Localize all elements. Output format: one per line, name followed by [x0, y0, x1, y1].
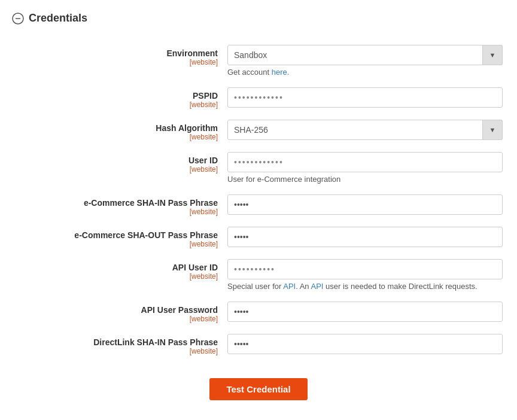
user-id-input[interactable]: [227, 152, 503, 172]
api-user-id-input[interactable]: [227, 259, 503, 279]
api-user-id-row: API User ID [website] Special user for A…: [24, 259, 505, 291]
environment-label: Environment: [24, 48, 218, 58]
user-id-label: User ID: [24, 156, 218, 165]
api-user-password-control-col: [227, 302, 503, 322]
collapse-icon[interactable]: [12, 13, 24, 25]
directlink-sha-in-row: DirectLink SHA-IN Pass Phrase [website]: [24, 334, 505, 355]
environment-hint: Get account here.: [227, 68, 503, 77]
ecommerce-sha-out-label: e-Commerce SHA-OUT Pass Phrase: [24, 230, 218, 240]
ecommerce-sha-out-sub-label: [website]: [24, 240, 218, 248]
directlink-sha-in-control-col: [227, 334, 503, 354]
section-header: Credentials: [12, 12, 505, 31]
api-link-2[interactable]: API: [311, 282, 324, 291]
hash-algorithm-select-wrapper: SHA-256 SHA-512 SHA-1 ▼: [227, 120, 503, 140]
api-user-id-label-col: API User ID [website]: [24, 259, 227, 281]
page-container: Credentials Environment [website] Sandbo…: [12, 12, 505, 412]
directlink-sha-in-label: DirectLink SHA-IN Pass Phrase: [24, 337, 218, 347]
user-id-label-col: User ID [website]: [24, 152, 227, 174]
ecommerce-sha-in-sub-label: [website]: [24, 208, 218, 216]
directlink-sha-in-label-col: DirectLink SHA-IN Pass Phrase [website]: [24, 334, 227, 355]
environment-sub-label: [website]: [24, 58, 218, 66]
hash-algorithm-label: Hash Algorithm: [24, 123, 218, 133]
user-id-hint: User for e-Commerce integration: [227, 175, 503, 184]
ecommerce-sha-in-label: e-Commerce SHA-IN Pass Phrase: [24, 198, 218, 208]
hash-algorithm-sub-label: [website]: [24, 133, 218, 141]
api-link-1[interactable]: API: [283, 282, 296, 291]
directlink-sha-in-sub-label: [website]: [24, 347, 218, 355]
api-user-id-sub-label: [website]: [24, 272, 218, 281]
ecommerce-sha-out-label-col: e-Commerce SHA-OUT Pass Phrase [website]: [24, 227, 227, 248]
environment-control-col: Sandbox Production ▼ Get account here.: [227, 45, 503, 77]
ecommerce-sha-in-row: e-Commerce SHA-IN Pass Phrase [website]: [24, 194, 505, 216]
api-user-password-sub-label: [website]: [24, 315, 218, 323]
section-title: Credentials: [29, 12, 87, 25]
ecommerce-sha-out-control-col: [227, 227, 503, 247]
pspid-sub-label: [website]: [24, 101, 218, 109]
user-id-row: User ID [website] User for e-Commerce in…: [24, 152, 505, 184]
api-user-id-hint: Special user for API. An API user is nee…: [227, 282, 503, 291]
environment-label-col: Environment [website]: [24, 45, 227, 66]
ecommerce-sha-out-input[interactable]: [227, 227, 503, 247]
environment-select-wrapper: Sandbox Production ▼: [227, 45, 503, 65]
ecommerce-sha-in-control-col: [227, 194, 503, 215]
ecommerce-sha-in-input[interactable]: [227, 194, 503, 215]
button-row: Test Credential: [12, 366, 505, 412]
credentials-form: Environment [website] Sandbox Production…: [12, 45, 505, 355]
pspid-input[interactable]: [227, 87, 503, 108]
hash-algorithm-control-col: SHA-256 SHA-512 SHA-1 ▼: [227, 120, 503, 140]
hash-algorithm-label-col: Hash Algorithm [website]: [24, 120, 227, 141]
get-account-link[interactable]: here.: [272, 68, 290, 77]
hash-algorithm-row: Hash Algorithm [website] SHA-256 SHA-512…: [24, 120, 505, 141]
api-user-password-label-col: API User Password [website]: [24, 302, 227, 323]
environment-row: Environment [website] Sandbox Production…: [24, 45, 505, 77]
environment-select[interactable]: Sandbox Production: [227, 45, 503, 65]
user-id-sub-label: [website]: [24, 165, 218, 174]
api-user-password-row: API User Password [website]: [24, 302, 505, 323]
directlink-sha-in-input[interactable]: [227, 334, 503, 354]
ecommerce-sha-out-row: e-Commerce SHA-OUT Pass Phrase [website]: [24, 227, 505, 248]
api-user-id-label: API User ID: [24, 263, 218, 272]
api-user-id-control-col: Special user for API. An API user is nee…: [227, 259, 503, 291]
pspid-label: PSPID: [24, 91, 218, 101]
api-user-password-label: API User Password: [24, 305, 218, 315]
user-id-control-col: User for e-Commerce integration: [227, 152, 503, 184]
pspid-control-col: [227, 87, 503, 108]
ecommerce-sha-in-label-col: e-Commerce SHA-IN Pass Phrase [website]: [24, 194, 227, 216]
hash-algorithm-select[interactable]: SHA-256 SHA-512 SHA-1: [227, 120, 503, 140]
pspid-label-col: PSPID [website]: [24, 87, 227, 109]
test-credential-button[interactable]: Test Credential: [209, 378, 307, 400]
api-user-password-input[interactable]: [227, 302, 503, 322]
pspid-row: PSPID [website]: [24, 87, 505, 109]
